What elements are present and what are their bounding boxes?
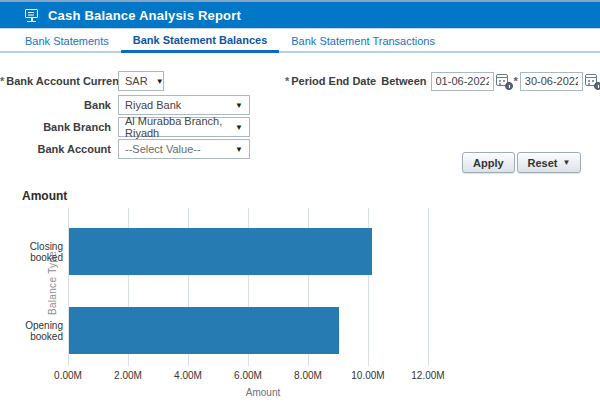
chart-title: Amount bbox=[22, 189, 67, 203]
currency-row: *Bank Account Currency SAR ▼ bbox=[0, 71, 164, 91]
action-buttons: Apply Reset▼ bbox=[462, 152, 581, 173]
page-title: Cash Balance Analysis Report bbox=[48, 8, 241, 23]
bank-value: Riyad Bank bbox=[125, 99, 181, 111]
category-label-opening-booked: Opening booked bbox=[3, 307, 63, 354]
period-operator: Between bbox=[381, 71, 426, 91]
page: Cash Balance Analysis Report Bank Statem… bbox=[0, 0, 600, 406]
currency-label: *Bank Account Currency bbox=[0, 71, 115, 91]
app-header: Cash Balance Analysis Report bbox=[0, 0, 600, 29]
tab-bank-statements[interactable]: Bank Statements bbox=[13, 32, 121, 53]
x-tick-label-12.00M: 12.00M bbox=[398, 370, 458, 381]
required-marker: * bbox=[285, 75, 289, 87]
x-axis-title: Amount bbox=[68, 387, 458, 398]
report-board-icon bbox=[24, 9, 39, 22]
period-label: *Period End Date bbox=[285, 71, 376, 91]
chevron-down-icon: ▼ bbox=[156, 77, 164, 86]
plot-area bbox=[68, 208, 458, 358]
chevron-down-icon: ▼ bbox=[235, 101, 243, 110]
category-label-closing-booked: Closing booked bbox=[3, 228, 63, 275]
x-tick-label-8.00M: 8.00M bbox=[278, 370, 338, 381]
tab-bank-statement-transactions[interactable]: Bank Statement Transactions bbox=[279, 32, 447, 53]
bank-branch-select[interactable]: Al Murabba Branch, Riyadh ▼ bbox=[118, 117, 250, 137]
required-marker: * bbox=[514, 71, 518, 91]
period-row: *Period End Date Between * bbox=[285, 71, 600, 91]
x-tick-label-2.00M: 2.00M bbox=[98, 370, 158, 381]
currency-value: SAR bbox=[125, 75, 148, 87]
bar-closing-booked[interactable] bbox=[69, 228, 372, 275]
amount-bar-chart: Amount Balance Type Closing bookedOpenin… bbox=[0, 185, 600, 406]
bank-account-value: --Select Value-- bbox=[125, 143, 201, 155]
y-category-labels: Closing bookedOpening booked bbox=[0, 208, 66, 358]
x-tick-label-0.00M: 0.00M bbox=[38, 370, 98, 381]
required-marker: * bbox=[0, 75, 4, 87]
bank-label: Bank bbox=[0, 95, 115, 115]
bank-branch-value: Al Murabba Branch, Riyadh bbox=[125, 115, 227, 139]
bank-select[interactable]: Riyad Bank ▼ bbox=[118, 95, 250, 115]
apply-button[interactable]: Apply bbox=[462, 152, 515, 173]
bank-row: Bank Riyad Bank ▼ bbox=[0, 95, 250, 115]
reset-button[interactable]: Reset▼ bbox=[517, 152, 582, 173]
tab-bank-statement-balances[interactable]: Bank Statement Balances bbox=[121, 31, 280, 53]
bank-branch-label: Bank Branch bbox=[0, 117, 115, 137]
tab-bar: Bank StatementsBank Statement BalancesBa… bbox=[0, 32, 600, 53]
chevron-down-icon: ▼ bbox=[235, 145, 243, 154]
x-tick-label-10.00M: 10.00M bbox=[338, 370, 398, 381]
currency-select[interactable]: SAR ▼ bbox=[118, 71, 164, 91]
gridline-12.00M bbox=[428, 208, 429, 366]
bank-account-row: Bank Account --Select Value-- ▼ bbox=[0, 139, 250, 159]
period-from-input[interactable] bbox=[431, 72, 494, 91]
bank-account-select[interactable]: --Select Value-- ▼ bbox=[118, 139, 250, 159]
bank-account-label: Bank Account bbox=[0, 139, 115, 159]
chevron-down-icon: ▼ bbox=[235, 123, 243, 132]
chevron-down-icon: ▼ bbox=[563, 158, 571, 167]
period-to-input[interactable] bbox=[520, 72, 583, 91]
bar-opening-booked[interactable] bbox=[69, 307, 339, 354]
calendar-clock-icon[interactable] bbox=[585, 73, 600, 89]
x-tick-label-4.00M: 4.00M bbox=[158, 370, 218, 381]
calendar-clock-icon[interactable] bbox=[496, 73, 512, 89]
x-axis-ticks: 0.00M2.00M4.00M6.00M8.00M10.00M12.00M bbox=[68, 370, 458, 382]
bank-branch-row: Bank Branch Al Murabba Branch, Riyadh ▼ bbox=[0, 117, 250, 137]
x-tick-label-6.00M: 6.00M bbox=[218, 370, 278, 381]
